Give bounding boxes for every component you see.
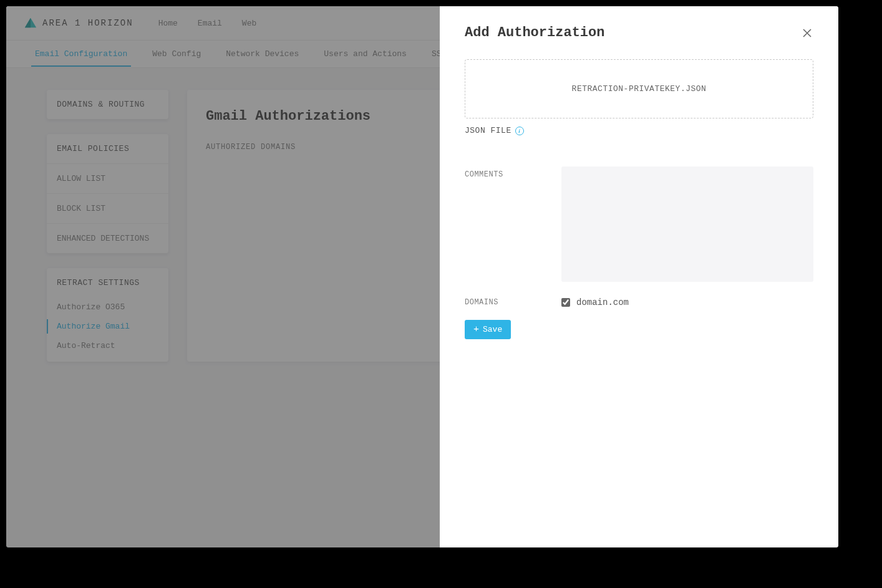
domains-row: DOMAINS domain.com bbox=[465, 297, 813, 307]
comments-label: COMMENTS bbox=[465, 166, 561, 285]
domains-label: DOMAINS bbox=[465, 298, 561, 307]
domain-option-row: domain.com bbox=[561, 297, 813, 307]
domain-checkbox[interactable] bbox=[561, 298, 570, 307]
plus-icon: + bbox=[473, 325, 479, 334]
info-icon[interactable]: i bbox=[515, 127, 524, 135]
json-file-dropzone[interactable]: RETRACTION-PRIVATEKEY.JSON bbox=[465, 59, 813, 118]
domain-option-label: domain.com bbox=[576, 297, 629, 307]
drawer-header: Add Authorization bbox=[465, 25, 813, 41]
uploaded-file-name: RETRACTION-PRIVATEKEY.JSON bbox=[572, 84, 707, 94]
save-button[interactable]: + Save bbox=[465, 320, 511, 339]
json-file-label-row: JSON FILE i bbox=[465, 126, 813, 135]
json-file-label: JSON FILE bbox=[465, 126, 511, 135]
comments-row: COMMENTS bbox=[465, 166, 813, 285]
add-authorization-drawer: Add Authorization RETRACTION-PRIVATEKEY.… bbox=[440, 6, 838, 547]
close-icon bbox=[802, 28, 812, 38]
close-button[interactable] bbox=[801, 27, 813, 39]
comments-input[interactable] bbox=[561, 166, 813, 282]
save-button-label: Save bbox=[483, 325, 502, 334]
drawer-title: Add Authorization bbox=[465, 25, 604, 41]
